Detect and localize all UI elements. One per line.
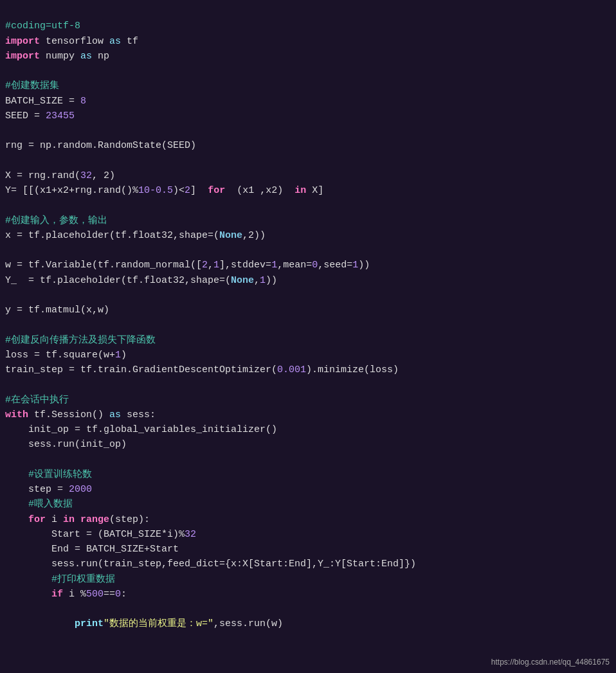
line-18: Y_ = tf.placeholder(tf.float32,shape=(No… xyxy=(5,275,277,286)
code-editor: #coding=utf-8 import tensorflow as tf im… xyxy=(0,0,616,636)
url-bar: https://blog.csdn.net/qq_44861675 xyxy=(491,658,610,667)
line-32: step = 2000 xyxy=(5,484,92,495)
line-38: #打印权重数据 xyxy=(5,574,115,585)
line-41: print"数据的当前权重是：w=",sess.run(w) xyxy=(5,618,283,629)
line-24: train_step = tf.train.GradientDescentOpt… xyxy=(5,364,399,375)
line-39: if i %500==0: xyxy=(5,589,127,600)
line-26: #在会话中执行 xyxy=(5,395,69,406)
line-31: #设置训练轮数 xyxy=(5,469,92,480)
line-11: X = rng.rand(32, 2) xyxy=(5,170,115,181)
line-37: sess.run(train_step,feed_dict={x:X[Start… xyxy=(5,559,416,570)
line-7: SEED = 23455 xyxy=(5,111,75,121)
line-27: with tf.Session() as sess: xyxy=(5,409,156,420)
line-22: #创建反向传播方法及损失下降函数 xyxy=(5,335,156,346)
line-29: sess.run(init_op) xyxy=(5,439,127,450)
line-17: w = tf.Variable(tf.random_normal([2,1],s… xyxy=(5,260,370,271)
line-28: init_op = tf.global_variables_initialize… xyxy=(5,424,277,435)
line-14: #创建输入，参数，输出 xyxy=(5,215,107,226)
line-23: loss = tf.square(w+1) xyxy=(5,350,127,361)
line-5: #创建数据集 xyxy=(5,80,59,91)
line-35: Start = (BATCH_SIZE*i)%32 xyxy=(5,529,196,540)
line-36: End = BATCH_SIZE+Start xyxy=(5,544,179,555)
line-6: BATCH_SIZE = 8 xyxy=(5,96,86,107)
line-12: Y= [[(x1+x2+rng.rand()%10-0.5)<2] for (x… xyxy=(5,185,323,196)
line-20: y = tf.matmul(x,w) xyxy=(5,305,109,316)
line-33: #喂入数据 xyxy=(5,499,73,510)
line-1: #coding=utf-8 xyxy=(5,21,80,31)
line-34: for i in range(step): xyxy=(5,514,150,525)
line-2: import tensorflow as tf xyxy=(5,36,138,47)
line-9: rng = np.random.RandomState(SEED) xyxy=(5,140,196,151)
line-3: import numpy as np xyxy=(5,51,109,62)
line-15: x = tf.placeholder(tf.float32,shape=(Non… xyxy=(5,230,266,241)
